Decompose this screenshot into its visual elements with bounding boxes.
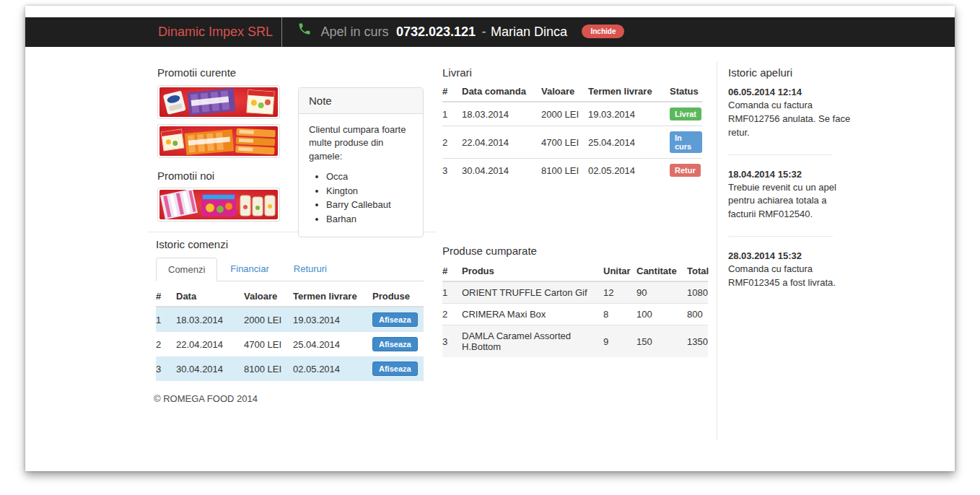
note-list-item: Barry Callebaut (326, 198, 413, 211)
table-row: 2 CRIMERA Maxi Box 8 100 800 (442, 304, 708, 325)
table-header-row: # Data Valoare Termen livrare Produse (156, 286, 424, 307)
cell-num: 3 (442, 325, 462, 358)
status-badge: Livrat (670, 108, 701, 121)
column-header: Valoare (541, 82, 588, 102)
copyright: © ROMEGA FOOD 2014 (148, 393, 437, 404)
afiseaza-button[interactable]: Afiseaza (372, 312, 418, 327)
table-row: 3 30.04.2014 8100 LEI 02.05.2014 Afiseaz… (156, 356, 424, 381)
cell-cantitate: 100 (636, 304, 687, 325)
entry-text: Comanda cu factura RMF012345 a fost livr… (728, 263, 852, 290)
column-header: Valoare (244, 286, 293, 307)
column-header: Produse (372, 286, 424, 307)
cell-termen: 25.04.2014 (293, 332, 372, 356)
istoric-apeluri-title: Istoric apeluri (728, 61, 879, 79)
entry-datetime: 18.04.2014 15:32 (728, 169, 879, 180)
cell-produs: CRIMERA Maxi Box (462, 304, 603, 325)
entry-divider (728, 236, 833, 237)
column-header: # (442, 261, 462, 281)
caller-name: Marian Dinca (491, 25, 567, 39)
cell-num: 2 (442, 304, 462, 325)
cell-valoare: 2000 LEI (541, 102, 588, 126)
comenzi-table: # Data Valoare Termen livrare Produse 1 … (156, 286, 424, 381)
table-row: 1 ORIENT TRUFFLE Carton Gif 12 90 1080 (442, 281, 708, 304)
istoric-comenzi-section: Istoric comenzi Comenzi Financiar Returu… (148, 232, 437, 381)
cell-valoare: 8100 LEI (541, 159, 588, 183)
close-call-button[interactable]: Inchide (582, 25, 624, 38)
cell-valoare: 4700 LEI (541, 126, 588, 159)
entry-text: Trebuie revenit cu un apel pentru achiar… (728, 181, 852, 222)
cell-termen: 19.03.2014 (293, 307, 372, 332)
cell-termen: 19.03.2014 (588, 102, 670, 126)
app-window: Dinamic Impex SRL Apel in curs 0732.023.… (25, 6, 955, 471)
call-phone-number: 0732.023.121 (396, 25, 476, 39)
note-list-item: Occa (326, 170, 413, 183)
column-header: Cantitate (636, 261, 687, 281)
call-separator: - (482, 25, 486, 39)
cell-num: 2 (156, 332, 176, 356)
column-header: # (442, 82, 462, 102)
tab-comenzi[interactable]: Comenzi (156, 258, 217, 281)
cell-valoare: 8100 LEI (244, 356, 293, 381)
entry-datetime: 28.03.2014 15:32 (728, 250, 879, 261)
call-history-entry: 18.04.2014 15:32 Trebuie revenit cu un a… (728, 169, 879, 222)
call-status-label: Apel in curs (320, 25, 388, 39)
column-header: Unitar (603, 261, 636, 281)
afiseaza-button[interactable]: Afiseaza (372, 362, 418, 376)
produse-table: # Produs Unitar Cantitate Total 1 ORIENT… (442, 261, 708, 357)
promo-image-3 (157, 188, 280, 222)
cell-num: 1 (442, 102, 462, 126)
cell-cantitate: 150 (636, 325, 687, 358)
promotions-section: Promotii curente (148, 61, 437, 232)
cell-num: 1 (442, 281, 462, 304)
table-row: 3 DAMLA Caramel Assorted H.Bottom 9 150 … (442, 325, 708, 358)
note-body: Clientul cumpara foarte multe produse di… (299, 114, 423, 237)
cell-cantitate: 90 (636, 281, 687, 304)
column-header: Produs (462, 261, 603, 281)
note-list-item: Barhan (326, 213, 413, 226)
cell-termen: 02.05.2014 (293, 356, 372, 381)
note-list: Occa Kington Barry Callebaut Barhan (326, 170, 413, 226)
cell-valoare: 4700 LEI (244, 332, 293, 356)
table-row: 2 22.04.2014 4700 LEI 25.04.2014 Afiseaz… (156, 332, 424, 356)
cell-data: 22.04.2014 (176, 332, 244, 356)
cell-total: 800 (687, 304, 708, 325)
table-row: 1 18.03.2014 2000 LEI 19.03.2014 Livrat (442, 102, 702, 126)
cell-num: 3 (156, 356, 176, 381)
cell-data: 30.04.2014 (176, 356, 244, 381)
table-row: 3 30.04.2014 8100 LEI 02.05.2014 Retur (442, 159, 702, 183)
cell-produs: DAMLA Caramel Assorted H.Bottom (462, 325, 603, 358)
cell-total: 1080 (687, 281, 708, 304)
livrari-table: # Data comanda Valoare Termen livrare St… (442, 82, 702, 182)
middle-column: Livrari # Data comanda Valoare Termen li… (442, 61, 717, 182)
promo-image-2 (157, 124, 280, 158)
promo-image-1 (157, 85, 280, 119)
cell-num: 3 (442, 159, 462, 183)
istoric-apeluri-panel: Istoric apeluri 06.05.2014 12:14 Comanda… (717, 61, 879, 440)
tab-financiar[interactable]: Financiar (219, 258, 280, 281)
cell-unitar: 12 (603, 281, 636, 304)
cell-total: 1350 (687, 325, 708, 358)
call-status-bar: Apel in curs 0732.023.121 - Marian Dinca… (287, 17, 624, 47)
produse-cumparate-section: Produse cumparate # Produs Unitar Cantit… (442, 240, 717, 357)
promotii-curente-title: Promotii curente (157, 61, 437, 79)
note-title: Note (299, 88, 423, 114)
call-history-entry: 28.03.2014 15:32 Comanda cu factura RMF0… (728, 250, 879, 290)
note-list-item: Kington (326, 185, 413, 198)
column-header: Data comanda (462, 82, 541, 102)
table-header-row: # Data comanda Valoare Termen livrare St… (442, 82, 702, 102)
cell-num: 1 (156, 307, 176, 332)
cell-termen: 02.05.2014 (588, 159, 670, 183)
column-header: Data (176, 286, 244, 307)
afiseaza-button[interactable]: Afiseaza (372, 337, 418, 351)
column-header: Status (670, 82, 702, 102)
column-header: Termen livrare (293, 286, 372, 307)
left-column: Promotii curente (148, 61, 437, 404)
produse-cumparate-title: Produse cumparate (442, 240, 717, 257)
top-navbar: Dinamic Impex SRL Apel in curs 0732.023.… (25, 17, 955, 47)
cell-termen: 25.04.2014 (588, 126, 670, 159)
table-header-row: # Produs Unitar Cantitate Total (442, 261, 708, 281)
comenzi-tabs: Comenzi Financiar Retururi (156, 258, 424, 281)
tab-retururi[interactable]: Retururi (282, 258, 338, 281)
entry-datetime: 06.05.2014 12:14 (728, 87, 879, 97)
phone-icon (297, 17, 312, 47)
